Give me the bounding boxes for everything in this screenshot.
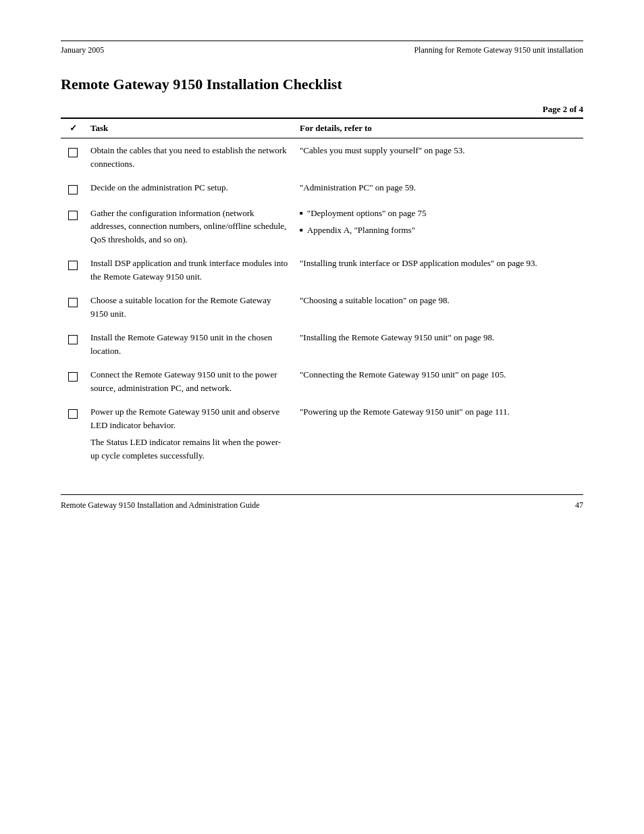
checkbox-cell bbox=[61, 400, 85, 467]
footer-rule bbox=[61, 494, 583, 495]
task-text: Install DSP application and trunk interf… bbox=[90, 258, 288, 282]
table-row: Install the Remote Gateway 9150 unit in … bbox=[61, 325, 583, 363]
task-cell: Obtain the cables that you need to estab… bbox=[85, 138, 294, 176]
checkbox-cell bbox=[61, 176, 85, 201]
checkbox-cell bbox=[61, 325, 85, 363]
checkbox-icon bbox=[68, 261, 78, 270]
checkbox-cell bbox=[61, 201, 85, 252]
details-text: "Administration PC" on page 59. bbox=[300, 182, 416, 192]
checkbox-icon bbox=[68, 335, 78, 344]
page-title: Remote Gateway 9150 Installation Checkli… bbox=[61, 76, 583, 93]
page-ref: Page 2 of 4 bbox=[61, 104, 583, 115]
task-cell: Connect the Remote Gateway 9150 unit to … bbox=[85, 363, 294, 400]
table-row: Choose a suitable location for the Remot… bbox=[61, 288, 583, 325]
task-cell: Choose a suitable location for the Remot… bbox=[85, 288, 294, 325]
table-header-row: ✓ Task For details, refer to bbox=[61, 118, 583, 138]
details-list: "Deployment options" on page 75Appendix … bbox=[300, 207, 578, 237]
checkbox-icon bbox=[68, 298, 78, 307]
checklist-table: ✓ Task For details, refer to Obtain the … bbox=[61, 118, 583, 467]
task-text: Obtain the cables that you need to estab… bbox=[90, 145, 287, 169]
col-details-header: For details, refer to bbox=[294, 118, 583, 138]
details-cell: "Deployment options" on page 75Appendix … bbox=[294, 201, 583, 252]
table-row: Connect the Remote Gateway 9150 unit to … bbox=[61, 363, 583, 400]
checkbox-cell bbox=[61, 251, 85, 288]
task-text: Choose a suitable location for the Remot… bbox=[90, 295, 271, 319]
task-cell: Install the Remote Gateway 9150 unit in … bbox=[85, 325, 294, 363]
details-cell: "Cables you must supply yourself" on pag… bbox=[294, 138, 583, 176]
task-text: Install the Remote Gateway 9150 unit in … bbox=[90, 332, 272, 356]
task-text: Decide on the administration PC setup. bbox=[90, 182, 228, 192]
task-cell: Decide on the administration PC setup. bbox=[85, 176, 294, 201]
details-text: "Cables you must supply yourself" on pag… bbox=[300, 145, 465, 155]
task-sub-note: The Status LED indicator remains lit whe… bbox=[90, 436, 289, 462]
checkbox-cell bbox=[61, 363, 85, 400]
details-text: "Connecting the Remote Gateway 9150 unit… bbox=[300, 369, 506, 380]
checkbox-icon bbox=[68, 211, 78, 220]
task-cell: Power up the Remote Gateway 9150 unit an… bbox=[85, 400, 294, 467]
checkbox-cell bbox=[61, 288, 85, 325]
details-cell: "Installing trunk interface or DSP appli… bbox=[294, 251, 583, 288]
table-row: Decide on the administration PC setup."A… bbox=[61, 176, 583, 201]
checkbox-icon bbox=[68, 372, 78, 382]
footer-right: 47 bbox=[575, 500, 583, 511]
table-row: Power up the Remote Gateway 9150 unit an… bbox=[61, 400, 583, 467]
footer-bar: Remote Gateway 9150 Installation and Adm… bbox=[61, 500, 583, 511]
task-cell: Install DSP application and trunk interf… bbox=[85, 251, 294, 288]
table-row: Gather the configuration information (ne… bbox=[61, 201, 583, 252]
col-task-header: Task bbox=[85, 118, 294, 138]
task-text: Connect the Remote Gateway 9150 unit to … bbox=[90, 369, 277, 393]
page: January 2005 Planning for Remote Gateway… bbox=[0, 0, 644, 834]
checkbox-icon bbox=[68, 148, 78, 157]
details-list-item: "Deployment options" on page 75 bbox=[300, 207, 578, 220]
header-bar: January 2005 Planning for Remote Gateway… bbox=[61, 45, 583, 55]
header-rule bbox=[61, 41, 583, 41]
col-check-header: ✓ bbox=[61, 118, 85, 138]
details-cell: "Powering up the Remote Gateway 9150 uni… bbox=[294, 400, 583, 467]
details-cell: "Choosing a suitable location" on page 9… bbox=[294, 288, 583, 325]
task-cell: Gather the configuration information (ne… bbox=[85, 201, 294, 252]
details-text: "Installing the Remote Gateway 9150 unit… bbox=[300, 332, 494, 342]
details-text: "Powering up the Remote Gateway 9150 uni… bbox=[300, 407, 510, 417]
details-list-item: Appendix A, "Planning forms" bbox=[300, 224, 578, 237]
table-row: Install DSP application and trunk interf… bbox=[61, 251, 583, 288]
details-text: "Choosing a suitable location" on page 9… bbox=[300, 295, 450, 305]
details-cell: "Installing the Remote Gateway 9150 unit… bbox=[294, 325, 583, 363]
header-date: January 2005 bbox=[61, 45, 104, 55]
task-text: Power up the Remote Gateway 9150 unit an… bbox=[90, 407, 279, 430]
header-title: Planning for Remote Gateway 9150 unit in… bbox=[414, 45, 583, 55]
details-text: "Installing trunk interface or DSP appli… bbox=[300, 258, 537, 268]
task-text: Gather the configuration information (ne… bbox=[90, 208, 286, 244]
details-cell: "Administration PC" on page 59. bbox=[294, 176, 583, 201]
checkbox-cell bbox=[61, 138, 85, 176]
checkbox-icon bbox=[68, 185, 78, 194]
table-row: Obtain the cables that you need to estab… bbox=[61, 138, 583, 176]
checkbox-icon bbox=[68, 409, 78, 419]
details-cell: "Connecting the Remote Gateway 9150 unit… bbox=[294, 363, 583, 400]
footer-left: Remote Gateway 9150 Installation and Adm… bbox=[61, 500, 260, 511]
